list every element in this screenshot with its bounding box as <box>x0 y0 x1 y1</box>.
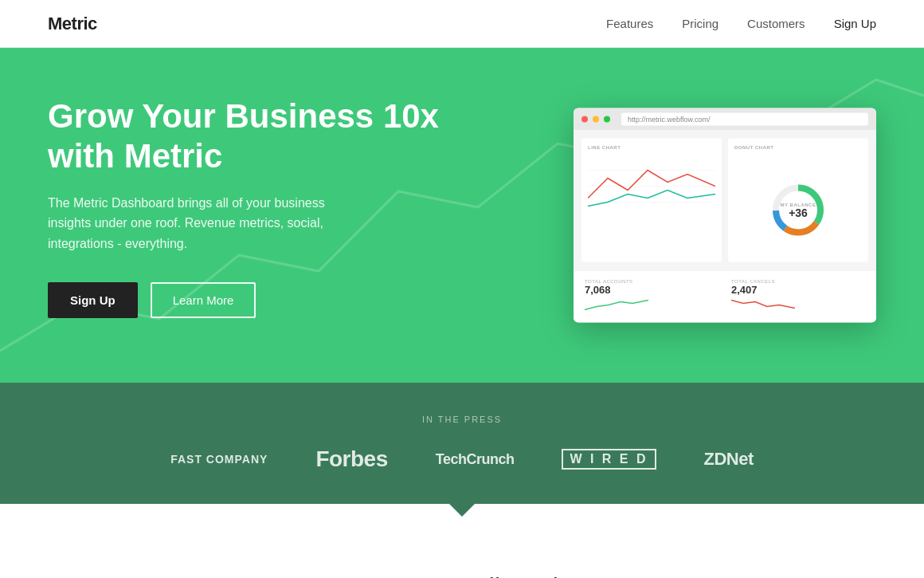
hero-screenshot: http://metric.webflow.com/ LINE CHART <box>574 108 876 323</box>
nav-pricing[interactable]: Pricing <box>682 17 718 30</box>
navbar-logo: Metric <box>48 14 97 34</box>
press-logos: FAST COMPANY Forbes TechCrunch W I R E D… <box>170 446 754 472</box>
press-logo-zdnet: ZDNet <box>704 449 754 470</box>
nav-signup[interactable]: Sign Up <box>834 17 876 30</box>
hero-content: Grow Your Business 10x with Metric The M… <box>48 96 462 319</box>
hero-title: Grow Your Business 10x with Metric <box>48 96 462 177</box>
browser-footer: TOTAL ACCOUNTS 7,068 TOTAL CANCELS 2,407 <box>574 270 876 323</box>
press-label: IN THE PRESS <box>422 415 502 424</box>
line-chart-title: LINE CHART <box>588 145 715 150</box>
nav-customers[interactable]: Customers <box>747 17 805 30</box>
line-chart-panel: LINE CHART <box>581 139 722 262</box>
stat-accounts-chart <box>585 296 648 312</box>
hero-section: Grow Your Business 10x with Metric The M… <box>0 48 924 383</box>
stat-total-cancels: TOTAL CANCELS 2,407 <box>728 276 868 318</box>
press-logo-fast-company: FAST COMPANY <box>170 453 268 466</box>
press-logo-techcrunch: TechCrunch <box>436 451 515 468</box>
nav-features[interactable]: Features <box>606 17 653 30</box>
browser-dot-minimize <box>593 116 599 123</box>
stat-cancels-chart <box>731 296 795 312</box>
browser-dot-close <box>581 116 588 123</box>
press-logo-forbes: Forbes <box>315 446 387 472</box>
hero-subtitle: The Metric Dashboard brings all of your … <box>48 193 350 254</box>
browser-window: http://metric.webflow.com/ LINE CHART <box>574 108 876 323</box>
arrow-down-icon <box>449 504 475 517</box>
features-section: Sync Across All Devices Everything you n… <box>0 517 924 578</box>
donut-chart-title: DONUT CHART <box>734 145 862 150</box>
donut-chart-panel: DONUT CHART MY BALANCE <box>728 139 868 262</box>
navbar: Metric Features Pricing Customers Sign U… <box>0 0 924 48</box>
hero-signup-button[interactable]: Sign Up <box>48 282 138 318</box>
navbar-nav: Features Pricing Customers Sign Up <box>606 17 876 30</box>
stat-cancels-value: 2,407 <box>731 284 865 296</box>
press-logo-wired: W I R E D <box>562 449 656 470</box>
section-divider <box>0 504 924 517</box>
browser-dot-maximize <box>604 116 610 123</box>
browser-bar: http://metric.webflow.com/ <box>574 108 876 131</box>
browser-body: LINE CHART DONUT CHART <box>574 131 876 270</box>
hero-learn-more-button[interactable]: Learn More <box>151 282 256 318</box>
stat-total-accounts: TOTAL ACCOUNTS 7,068 <box>581 276 722 318</box>
stat-accounts-value: 7,068 <box>585 284 718 296</box>
press-section: IN THE PRESS FAST COMPANY Forbes TechCru… <box>0 383 924 504</box>
donut-svg: MY BALANCE +36 <box>766 178 830 242</box>
hero-buttons: Sign Up Learn More <box>48 282 462 318</box>
line-chart-svg <box>588 155 715 218</box>
features-title: Sync Across All Devices <box>48 572 876 578</box>
donut-container: MY BALANCE +36 <box>734 155 862 265</box>
svg-text:+36: +36 <box>789 206 808 218</box>
browser-url: http://metric.webflow.com/ <box>621 113 868 126</box>
